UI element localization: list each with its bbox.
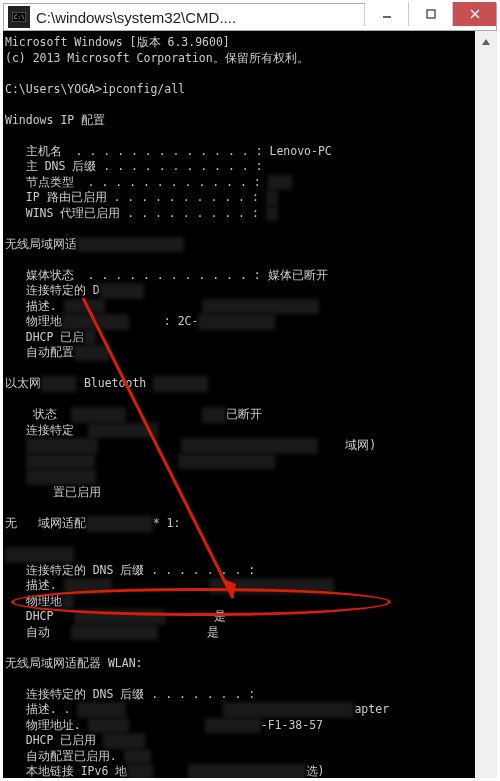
physical1-value: 2C- — [178, 314, 199, 328]
conn-dns2-label: 连接特定 — [5, 423, 88, 437]
wins-proxy-label: WINS 代理已启用 . . . . . . . . . : — [5, 206, 259, 220]
physical1-label: 物理地 — [5, 314, 62, 328]
autoconfig3-value: 是 — [207, 625, 219, 639]
media-state1-value: 媒体已断开 — [268, 268, 328, 282]
eth-adapter-title2: Bluetooth — [77, 376, 153, 390]
autoconfig1-label: 自动配置 — [5, 345, 74, 359]
ipv6-value: 选) — [306, 764, 325, 778]
scroll-up-button[interactable] — [475, 31, 497, 53]
physical4-label: 物理地址. — [5, 718, 88, 732]
close-button[interactable] — [452, 2, 496, 26]
desc4-label: 描述. . — [5, 702, 77, 716]
desc4-value: apter — [354, 702, 389, 716]
host-name-value: Lenovo-PC — [269, 144, 331, 158]
dhcp4-label: DHCP 已启用 — [5, 733, 103, 747]
conn-dns3-label: 连接特定的 DNS 后缀 . . . . . . . : — [5, 563, 255, 577]
cmd-icon: C:\ — [8, 6, 30, 28]
console-prompt: C:\Users\YOGA>ipconfig/all — [5, 82, 185, 96]
desc2-value: 域网) — [318, 438, 377, 452]
dhcp1-label: DHCP 已启 — [5, 330, 84, 344]
dhcp2-label — [5, 469, 26, 483]
console-output[interactable]: Microsoft Windows [版本 6.3.9600] (c) 2013… — [3, 31, 475, 778]
maximize-button[interactable] — [408, 2, 452, 26]
desc3-label: 描述. — [5, 578, 64, 592]
minimize-button[interactable] — [364, 2, 408, 26]
autoconfig2-label: 置已启用 — [5, 485, 101, 499]
desc1-label: 描述. — [5, 299, 64, 313]
cmd-window: C:\ C:\windows\system32\CMD.... Microsof… — [3, 3, 497, 778]
wlan-adapter2-suffix: * 1: — [153, 516, 181, 530]
conn-dns4-label: 连接特定的 DNS 后缀 . . . . . . . : — [5, 687, 255, 701]
console-header1: Microsoft Windows [版本 6.3.9600] — [5, 35, 230, 49]
media-state2-label: 状态 — [5, 407, 71, 421]
eth-adapter-title: 以太网 — [5, 376, 41, 390]
console-header2: (c) 2013 Microsoft Corporation。保留所有权利。 — [5, 51, 309, 65]
scrollbar-vertical[interactable] — [475, 31, 497, 778]
node-type-label: 节点类型 . . . . . . . . . . . . : — [5, 175, 261, 189]
wlan-adapter3-title: 无线局域网适配器 WLAN: — [5, 656, 143, 670]
physical4-value: -F1-38-57 — [261, 718, 323, 732]
host-name-label: 主机名 . . . . . . . . . . . . . : — [5, 144, 269, 158]
dns-suffix-label: 主 DNS 后缀 . . . . . . . . . . . : — [5, 159, 263, 173]
dhcp3-label: DHCP — [5, 609, 74, 623]
media-state1-label: 媒体状态 . . . . . . . . . . . . : — [5, 268, 268, 282]
conn-dns1-label: 连接特定的 D — [5, 283, 100, 297]
desc2-label — [5, 438, 26, 452]
wlan-adapter2-title: 无 域网适配 — [5, 516, 86, 530]
dhcp3-value: 是 — [214, 609, 226, 623]
titlebar[interactable]: C:\ C:\windows\system32\CMD.... — [3, 3, 497, 31]
physical3-label: 物理地 — [5, 594, 62, 608]
svg-rect-3 — [427, 10, 435, 18]
svg-text:C:\: C:\ — [14, 13, 25, 20]
ip-config-title: Windows IP 配置 — [5, 113, 105, 127]
ipv6-label: 本地链接 IPv6 地 — [5, 764, 127, 778]
physical2-label — [5, 454, 26, 468]
autoconfig4-label: 自动配置已启用. — [5, 749, 124, 763]
media-state2-value: 已断开 — [226, 407, 262, 421]
wlan-adapter1-title: 无线局域网适 — [5, 237, 77, 251]
window-title: C:\windows\system32\CMD.... — [36, 9, 236, 26]
autoconfig3-label: 自动 — [5, 625, 71, 639]
ip-routing-label: IP 路由已启用 . . . . . . . . . . : — [5, 190, 259, 204]
titlebar-controls — [364, 2, 496, 26]
